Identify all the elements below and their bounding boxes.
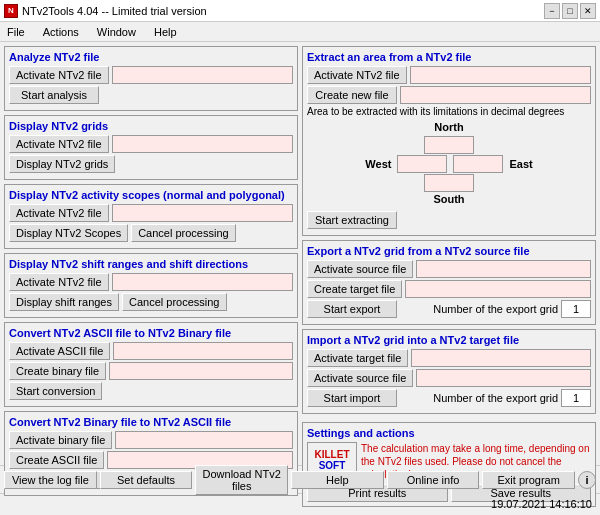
west-input[interactable] bbox=[397, 155, 447, 173]
extract-title: Extract an area from a NTv2 file bbox=[307, 51, 591, 63]
north-input[interactable] bbox=[424, 136, 474, 154]
export-activate-input[interactable] bbox=[416, 260, 591, 278]
maximize-button[interactable]: □ bbox=[562, 3, 578, 19]
extract-action-btn[interactable]: Start extracting bbox=[307, 211, 397, 229]
menu-file[interactable]: File bbox=[4, 25, 28, 39]
left-panel: Analyze NTv2 file Activate NTv2 file Sta… bbox=[4, 46, 298, 461]
main-content: Analyze NTv2 file Activate NTv2 file Sta… bbox=[0, 42, 600, 465]
set-defaults-btn[interactable]: Set defaults bbox=[100, 471, 193, 489]
display-activity-cancel-btn[interactable]: Cancel processing bbox=[131, 224, 236, 242]
convert-ascii-activate-btn[interactable]: Activate ASCII file bbox=[9, 342, 110, 360]
east-label: East bbox=[509, 158, 532, 170]
east-input[interactable] bbox=[453, 155, 503, 173]
timestamp: 19.07.2021 14:16:10 bbox=[491, 498, 592, 510]
menu-window[interactable]: Window bbox=[94, 25, 139, 39]
convert-ascii-create-input[interactable] bbox=[109, 362, 293, 380]
display-shift-action-btn[interactable]: Display shift ranges bbox=[9, 293, 119, 311]
extract-area-label: Area to be extracted with its limitation… bbox=[307, 106, 591, 117]
display-grids-title: Display NTv2 grids bbox=[9, 120, 293, 132]
display-grids-section: Display NTv2 grids Activate NTv2 file Di… bbox=[4, 115, 298, 180]
info-button[interactable]: i bbox=[578, 471, 596, 489]
menu-help[interactable]: Help bbox=[151, 25, 180, 39]
killet-bottom-text: SOFT bbox=[319, 460, 346, 471]
extract-create-input[interactable] bbox=[400, 86, 591, 104]
display-grids-action-btn[interactable]: Display NTv2 grids bbox=[9, 155, 115, 173]
display-shift-section: Display NTv2 shift ranges and shift dire… bbox=[4, 253, 298, 318]
convert-binary-activate-input[interactable] bbox=[115, 431, 293, 449]
import-grid-section: Import a NTv2 grid into a NTv2 target fi… bbox=[302, 329, 596, 414]
extract-activate-btn[interactable]: Activate NTv2 file bbox=[307, 66, 407, 84]
display-grids-activate-btn[interactable]: Activate NTv2 file bbox=[9, 135, 109, 153]
menu-bar: File Actions Window Help bbox=[0, 22, 600, 42]
export-action-btn[interactable]: Start export bbox=[307, 300, 397, 318]
display-activity-activate-btn[interactable]: Activate NTv2 file bbox=[9, 204, 109, 222]
export-grid-section: Export a NTv2 grid from a NTv2 source fi… bbox=[302, 240, 596, 325]
app-icon: N bbox=[4, 4, 18, 18]
import-grid-number-input[interactable] bbox=[561, 389, 591, 407]
convert-ascii-title: Convert NTv2 ASCII file to NTv2 Binary f… bbox=[9, 327, 293, 339]
convert-ascii-activate-input[interactable] bbox=[113, 342, 293, 360]
display-activity-action-btn[interactable]: Display NTv2 Scopes bbox=[9, 224, 128, 242]
import-activate-source-btn[interactable]: Activate source file bbox=[307, 369, 413, 387]
export-grid-title: Export a NTv2 grid from a NTv2 source fi… bbox=[307, 245, 591, 257]
import-action-btn[interactable]: Start import bbox=[307, 389, 397, 407]
export-grid-label: Number of the export grid bbox=[433, 303, 558, 315]
title-bar: N NTv2Tools 4.04 -- Limited trial versio… bbox=[0, 0, 600, 22]
title-bar-controls: − □ ✕ bbox=[544, 3, 596, 19]
display-shift-activate-input[interactable] bbox=[112, 273, 293, 291]
display-activity-section: Display NTv2 activity scopes (normal and… bbox=[4, 184, 298, 249]
right-panel: Extract an area from a NTv2 file Activat… bbox=[302, 46, 596, 461]
display-activity-activate-input[interactable] bbox=[112, 204, 293, 222]
import-activate-target-btn[interactable]: Activate target file bbox=[307, 349, 408, 367]
convert-binary-create-btn[interactable]: Create ASCII file bbox=[9, 451, 104, 469]
killet-top-text: KILLET bbox=[315, 449, 350, 460]
analyze-title: Analyze NTv2 file bbox=[9, 51, 293, 63]
export-activate-btn[interactable]: Activate source file bbox=[307, 260, 413, 278]
online-info-btn[interactable]: Online info bbox=[387, 471, 480, 489]
convert-ascii-section: Convert NTv2 ASCII file to NTv2 Binary f… bbox=[4, 322, 298, 407]
west-label: West bbox=[365, 158, 391, 170]
north-label: North bbox=[434, 121, 463, 133]
log-file-btn[interactable]: View the log file bbox=[4, 471, 97, 489]
display-shift-title: Display NTv2 shift ranges and shift dire… bbox=[9, 258, 293, 270]
extract-create-btn[interactable]: Create new file bbox=[307, 86, 397, 104]
convert-ascii-action-btn[interactable]: Start conversion bbox=[9, 382, 102, 400]
analyze-section: Analyze NTv2 file Activate NTv2 file Sta… bbox=[4, 46, 298, 111]
convert-ascii-create-btn[interactable]: Create binary file bbox=[9, 362, 106, 380]
analyze-activate-input[interactable] bbox=[112, 66, 293, 84]
settings-section: Settings and actions KILLET SOFT The cal… bbox=[302, 422, 596, 507]
south-label: South bbox=[433, 193, 464, 205]
minimize-button[interactable]: − bbox=[544, 3, 560, 19]
title-bar-title: NTv2Tools 4.04 -- Limited trial version bbox=[22, 5, 207, 17]
extract-activate-input[interactable] bbox=[410, 66, 591, 84]
convert-binary-title: Convert NTv2 Binary file to NTv2 ASCII f… bbox=[9, 416, 293, 428]
export-grid-number-input[interactable] bbox=[561, 300, 591, 318]
display-shift-activate-btn[interactable]: Activate NTv2 file bbox=[9, 273, 109, 291]
menu-actions[interactable]: Actions bbox=[40, 25, 82, 39]
south-input[interactable] bbox=[424, 174, 474, 192]
help-btn[interactable]: Help bbox=[291, 471, 384, 489]
settings-title: Settings and actions bbox=[307, 427, 591, 439]
compass-area: North West East South bbox=[307, 121, 591, 207]
analyze-start-btn[interactable]: Start analysis bbox=[9, 86, 99, 104]
export-create-btn[interactable]: Create target file bbox=[307, 280, 402, 298]
import-activate-target-input[interactable] bbox=[411, 349, 591, 367]
extract-section: Extract an area from a NTv2 file Activat… bbox=[302, 46, 596, 236]
exit-btn[interactable]: Exit program bbox=[482, 471, 575, 489]
import-activate-source-input[interactable] bbox=[416, 369, 591, 387]
display-activity-title: Display NTv2 activity scopes (normal and… bbox=[9, 189, 293, 201]
import-grid-title: Import a NTv2 grid into a NTv2 target fi… bbox=[307, 334, 591, 346]
convert-binary-activate-btn[interactable]: Activate binary file bbox=[9, 431, 112, 449]
export-create-input[interactable] bbox=[405, 280, 591, 298]
close-button[interactable]: ✕ bbox=[580, 3, 596, 19]
import-grid-label: Number of the export grid bbox=[433, 392, 558, 404]
analyze-activate-btn[interactable]: Activate NTv2 file bbox=[9, 66, 109, 84]
download-btn[interactable]: Download NTv2 files bbox=[195, 465, 288, 495]
display-grids-activate-input[interactable] bbox=[112, 135, 293, 153]
display-shift-cancel-btn[interactable]: Cancel processing bbox=[122, 293, 227, 311]
